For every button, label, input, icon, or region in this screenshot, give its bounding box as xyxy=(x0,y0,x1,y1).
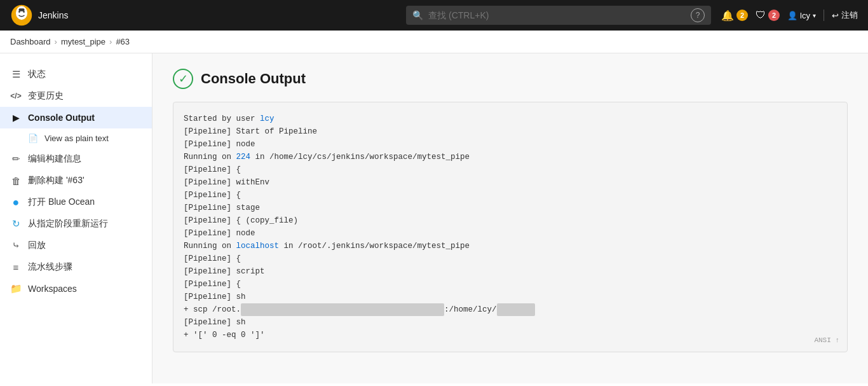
sidebar-item-workspaces[interactable]: 📁 Workspaces xyxy=(0,278,152,300)
sidebar-label-delete: 删除构建 '#63' xyxy=(28,175,85,186)
console-line: [Pipeline] node xyxy=(184,138,837,151)
console-line: [Pipeline] { (copy_file) xyxy=(184,214,837,227)
blurred-content xyxy=(241,303,444,316)
sidebar-item-restart[interactable]: ↻ 从指定阶段重新运行 xyxy=(0,213,152,235)
sidebar-label-steps: 流水线步骤 xyxy=(28,261,72,273)
ansi-label: ANSI ↑ xyxy=(814,335,839,347)
console-line: [Pipeline] script xyxy=(184,265,837,278)
restart-icon: ↻ xyxy=(10,218,22,230)
sidebar-item-blue-ocean[interactable]: ● 打开 Blue Ocean xyxy=(0,191,152,213)
sidebar-label-workspaces: Workspaces xyxy=(28,284,77,294)
sidebar-item-pipeline-steps[interactable]: ≡ 流水线步骤 xyxy=(0,256,152,278)
console-line: Running on 224 in /home/lcy/cs/jenkins/w… xyxy=(184,151,837,163)
console-line: [Pipeline] withEnv xyxy=(184,176,837,189)
console-line: [Pipeline] stage xyxy=(184,202,837,214)
breadcrumb-job[interactable]: mytest_pipe xyxy=(61,37,105,46)
sidebar-label-console: Console Output xyxy=(28,113,95,123)
svg-point-1 xyxy=(16,6,27,20)
help-button[interactable]: ? xyxy=(691,8,705,22)
breadcrumb-sep-2: › xyxy=(109,37,112,46)
console-line: [Pipeline] Start of Pipeline xyxy=(184,125,837,138)
chevron-down-icon: ▾ xyxy=(813,12,816,19)
blue-ocean-icon: ● xyxy=(10,196,22,208)
user-icon: 👤 xyxy=(787,11,797,20)
svg-rect-4 xyxy=(19,8,25,11)
replay-icon: ⤷ xyxy=(10,240,22,251)
breadcrumb-build[interactable]: #63 xyxy=(116,37,130,46)
success-icon: ✓ xyxy=(173,69,193,89)
workspaces-icon: 📁 xyxy=(10,283,22,294)
console-line: + '[' 0 -eq 0 ']' xyxy=(184,329,837,341)
main-content: ✓ Console Output Started by user lcy [Pi… xyxy=(153,53,868,383)
logout-label: 注销 xyxy=(841,10,858,21)
sidebar-label-changes: 变更历史 xyxy=(28,90,64,102)
sidebar-label-status: 状态 xyxy=(28,69,46,80)
sidebar: ☰ 状态 </> 变更历史 ▶ Console Output 📄 View as… xyxy=(0,53,153,383)
sidebar-item-status[interactable]: ☰ 状态 xyxy=(0,64,152,85)
logout-button[interactable]: ↩ 注销 xyxy=(824,10,858,21)
changes-icon: </> xyxy=(10,90,22,102)
shield-icon: 🛡 xyxy=(756,10,766,21)
search-icon: 🔍 xyxy=(412,10,423,20)
sidebar-item-view-plain-text[interactable]: 📄 View as plain text xyxy=(0,128,152,148)
security-badge[interactable]: 🛡 2 xyxy=(756,10,780,21)
console-line: [Pipeline] sh xyxy=(184,291,837,303)
user-name: lcy xyxy=(800,11,810,20)
sidebar-label-restart: 从指定阶段重新运行 xyxy=(28,218,108,230)
console-line: [Pipeline] { xyxy=(184,189,837,202)
bell-icon: 🔔 xyxy=(721,10,734,22)
header-right: 🔔 2 🛡 2 👤 lcy ▾ ↩ 注销 xyxy=(721,10,858,22)
breadcrumb-dashboard[interactable]: Dashboard xyxy=(10,37,51,46)
notifications-count: 2 xyxy=(736,10,748,21)
search-input[interactable] xyxy=(428,10,686,20)
breadcrumb-sep-1: › xyxy=(55,37,57,46)
notifications-badge[interactable]: 🔔 2 xyxy=(721,10,748,22)
sidebar-label-blue-ocean: 打开 Blue Ocean xyxy=(28,196,95,208)
node-link-224[interactable]: 224 xyxy=(236,153,251,162)
console-line-blurred: + scp /root. :/home/lcy/ xyxy=(184,303,837,316)
sidebar-item-replay[interactable]: ⤷ 回放 xyxy=(0,235,152,256)
sidebar-label-replay: 回放 xyxy=(28,240,46,251)
sidebar-item-edit-build[interactable]: ✏ 编辑构建信息 xyxy=(0,148,152,170)
console-output-area[interactable]: Started by user lcy [Pipeline] Start of … xyxy=(173,102,848,352)
console-icon: ▶ xyxy=(10,112,22,123)
user-link[interactable]: lcy xyxy=(260,114,275,123)
breadcrumb: Dashboard › mytest_pipe › #63 xyxy=(0,31,868,53)
sidebar-item-console-output[interactable]: ▶ Console Output xyxy=(0,107,152,128)
edit-icon: ✏ xyxy=(10,153,22,165)
console-line: Started by user lcy xyxy=(184,113,837,125)
app-title: Jenkins xyxy=(38,10,68,20)
app-header: Jenkins 🔍 ? 🔔 2 🛡 2 👤 lcy ▾ ↩ 注销 xyxy=(0,0,868,31)
sidebar-item-delete-build[interactable]: 🗑 删除构建 '#63' xyxy=(0,170,152,191)
search-bar[interactable]: 🔍 ? xyxy=(406,6,711,25)
security-count: 2 xyxy=(768,10,780,21)
status-icon: ☰ xyxy=(10,69,22,80)
steps-icon: ≡ xyxy=(10,261,22,273)
delete-icon: 🗑 xyxy=(10,175,22,186)
console-line: [Pipeline] { xyxy=(184,252,837,265)
jenkins-logo-icon xyxy=(10,4,33,27)
blurred-content-2 xyxy=(497,303,535,316)
console-line: [Pipeline] { xyxy=(184,278,837,291)
logo-area[interactable]: Jenkins xyxy=(10,4,68,27)
console-line: Running on localhost in /root/.jenkins/w… xyxy=(184,240,837,252)
layout: ☰ 状态 </> 变更历史 ▶ Console Output 📄 View as… xyxy=(0,53,868,383)
plain-text-icon: 📄 xyxy=(28,134,38,143)
node-link-localhost[interactable]: localhost xyxy=(236,242,280,251)
page-title: Console Output xyxy=(201,71,306,87)
user-menu[interactable]: 👤 lcy ▾ xyxy=(787,11,816,20)
logout-icon: ↩ xyxy=(832,11,839,20)
console-line: [Pipeline] node xyxy=(184,227,837,240)
page-header: ✓ Console Output xyxy=(173,69,848,89)
sidebar-label-edit: 编辑构建信息 xyxy=(28,153,81,165)
console-line: [Pipeline] sh xyxy=(184,316,837,329)
sidebar-label-view-plain-text: View as plain text xyxy=(44,134,109,143)
console-line: [Pipeline] { xyxy=(184,163,837,176)
sidebar-item-changes[interactable]: </> 变更历史 xyxy=(0,85,152,107)
